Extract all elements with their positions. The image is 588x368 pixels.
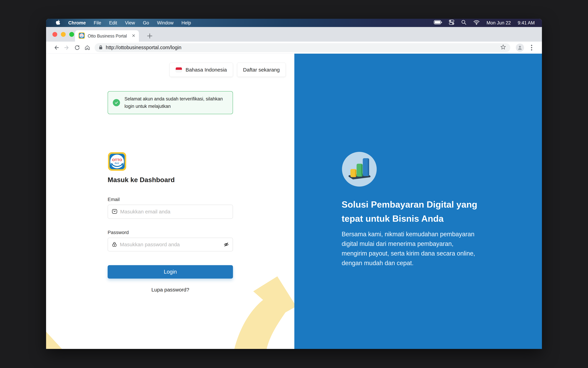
menu-dots-icon[interactable] <box>526 43 537 53</box>
hero-body: Bersama kami, nikmati kemudahan pembayar… <box>342 230 475 268</box>
menu-bar-clock[interactable]: 9:41 AM <box>518 20 535 26</box>
header-actions: Bahasa Indonesia Daftar sekarang <box>170 63 286 77</box>
eye-off-icon[interactable] <box>224 242 229 247</box>
register-button[interactable]: Daftar sekarang <box>237 63 286 77</box>
hero-panel: Solusi Pembayaran Digital yang tepat unt… <box>294 54 542 349</box>
reload-button[interactable] <box>72 43 82 53</box>
otto-pay-logo: OTTOPAY <box>108 152 127 172</box>
mail-icon <box>112 209 118 215</box>
menu-item-window[interactable]: Window <box>157 20 173 26</box>
success-alert: Selamat akun anda sudah terverifikasi, s… <box>108 91 233 114</box>
hero-illustration <box>342 152 377 187</box>
menu-bar: Chrome File Edit View Go Window Help Mon… <box>46 19 542 27</box>
browser-tab[interactable]: OTTOPAY Otto Business Portal <box>75 30 139 42</box>
menu-item-help[interactable]: Help <box>181 20 191 26</box>
profile-button[interactable] <box>516 44 524 52</box>
svg-text:OTTO: OTTO <box>80 34 83 36</box>
otto-favicon: OTTOPAY <box>78 32 85 40</box>
svg-text:PAY: PAY <box>115 162 119 165</box>
svg-text:PAY: PAY <box>81 36 82 37</box>
desktop-background: { "menu_bar": { "app_name": "Chrome", "i… <box>0 0 588 368</box>
bar-chart-icon <box>346 156 373 183</box>
svg-text:OTTO: OTTO <box>112 158 122 162</box>
tab-title: Otto Business Portal <box>88 34 129 38</box>
control-center-icon[interactable] <box>449 20 454 26</box>
forward-button[interactable] <box>62 43 72 53</box>
home-button[interactable] <box>82 43 92 53</box>
password-lock-icon <box>112 242 117 248</box>
url-bar[interactable]: http://ottobusinessportal.com/login <box>95 43 510 52</box>
login-button[interactable]: Login <box>108 265 233 279</box>
page-content: Bahasa Indonesia Daftar sekarang Selamat… <box>46 54 542 349</box>
tab-strip: OTTOPAY Otto Business Portal <box>46 27 542 42</box>
bookmark-star-icon[interactable] <box>500 44 506 51</box>
menu-item-chrome[interactable]: Chrome <box>68 20 86 26</box>
menu-item-view[interactable]: View <box>125 20 135 26</box>
mac-screen: Chrome File Edit View Go Window Help Mon… <box>46 19 542 349</box>
language-button-label: Bahasa Indonesia <box>186 67 227 73</box>
wifi-icon[interactable] <box>473 20 480 26</box>
password-input[interactable] <box>120 242 221 248</box>
forgot-password-link[interactable]: Lupa password? <box>108 287 233 293</box>
close-window-button[interactable] <box>53 32 57 37</box>
check-icon <box>113 99 120 106</box>
back-button[interactable] <box>51 43 62 53</box>
menu-item-file[interactable]: File <box>94 20 101 26</box>
register-button-label: Daftar sekarang <box>243 67 280 73</box>
search-icon[interactable] <box>461 20 466 26</box>
battery-icon[interactable] <box>434 20 442 26</box>
email-field[interactable] <box>108 205 233 219</box>
apple-icon[interactable] <box>56 19 60 26</box>
url-text[interactable]: http://ottobusinessportal.com/login <box>106 45 497 50</box>
alert-message: Selamat akun anda sudah terverifikasi, s… <box>125 95 223 110</box>
new-tab-button[interactable] <box>145 31 155 41</box>
login-panel: Bahasa Indonesia Daftar sekarang Selamat… <box>46 54 294 349</box>
password-label: Password <box>108 230 129 235</box>
login-heading: Masuk ke Dashboard <box>108 176 175 184</box>
browser-toolbar: http://ottobusinessportal.com/login <box>46 42 542 54</box>
zoom-window-button[interactable] <box>69 32 74 37</box>
email-label: Email <box>108 197 120 202</box>
tab-close-icon[interactable] <box>132 34 136 38</box>
indonesia-flag-icon <box>176 67 182 72</box>
password-field[interactable] <box>108 238 233 251</box>
menu-item-edit[interactable]: Edit <box>109 20 117 26</box>
menu-item-go[interactable]: Go <box>143 20 149 26</box>
minimize-window-button[interactable] <box>61 32 66 37</box>
hero-heading: Solusi Pembayaran Digital yang tepat unt… <box>342 197 477 226</box>
menu-bar-date[interactable]: Mon Jun 22 <box>487 20 511 26</box>
lock-icon[interactable] <box>99 45 103 50</box>
language-button[interactable]: Bahasa Indonesia <box>170 63 233 77</box>
email-input[interactable] <box>120 209 229 215</box>
